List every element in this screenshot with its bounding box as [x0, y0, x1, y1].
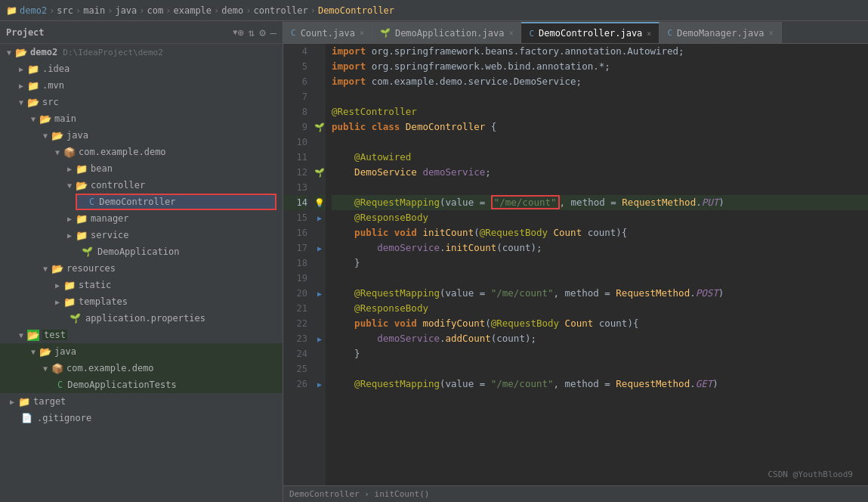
breadcrumb-item-controller[interactable]: controller [253, 5, 307, 16]
code-text: org.springframework.web.bind.annotation.… [372, 60, 610, 72]
arrow-icon: ▶ [63, 215, 76, 223]
breadcrumb-folder-icon: 📁 [6, 5, 17, 16]
gutter-row [314, 301, 326, 316]
breadcrumb-item-democontroller[interactable]: DemoController [318, 5, 394, 16]
breadcrumb-item-com[interactable]: com [147, 5, 164, 16]
tree-item-java-main[interactable]: ▼ 📂 java [0, 127, 283, 144]
tree-item-demo2[interactable]: ▼ 📂 demo2 D:\IdeaProject\demo2 [0, 44, 283, 60]
tree-item-manager[interactable]: ▶ 📁 manager [0, 210, 283, 227]
code-line-11: @Autowired [332, 150, 868, 165]
breadcrumb-item-demo2[interactable]: demo2 [20, 5, 47, 16]
code-line-15: @ResponseBody [332, 210, 868, 225]
code-line-8: @RestController [332, 104, 868, 119]
gutter-row: ▶ [314, 210, 326, 225]
tab-close-btn[interactable]: × [360, 29, 364, 37]
tree-item-java-test[interactable]: ▼ 📂 java [0, 343, 283, 360]
main-layout: Project ▼ ⊕ ⇅ ⚙ — ▼ 📂 demo2 D:\IdeaProje… [0, 21, 868, 502]
locate-icon[interactable]: ⊕ [237, 26, 243, 39]
tree-item-service[interactable]: ▶ 📁 service [0, 227, 283, 243]
gutter-row: ▶ [314, 286, 326, 301]
tab-label: Count.java [301, 28, 355, 39]
arrow-icon: ▶ [15, 65, 27, 73]
tree-item-resources[interactable]: ▼ 📂 resources [0, 260, 283, 277]
tree-item-demoapplication[interactable]: 🌱 DemoApplication [0, 243, 283, 260]
tab-count-java[interactable]: C Count.java × [283, 22, 372, 43]
breadcrumb-item-example[interactable]: example [173, 5, 212, 16]
keyword: public [332, 121, 372, 132]
watermark: CSDN @YouthBlood9 [768, 469, 853, 479]
breadcrumb-item-src[interactable]: src [57, 5, 73, 16]
tree-item-controller[interactable]: ▼ 📂 controller [0, 177, 283, 194]
keyword: class [372, 121, 406, 132]
props-icon: 🌱 [70, 313, 81, 324]
tree-item-target[interactable]: ▶ 📁 target [0, 393, 283, 410]
tab-close-btn[interactable]: × [647, 29, 651, 38]
tab-file-icon: C [667, 28, 672, 38]
arrow-icon: ▶ [51, 281, 63, 290]
code-text: ( [485, 318, 491, 329]
breadcrumb-bar: 📁 demo2 › src › main › java › com › exam… [0, 0, 868, 21]
editor-area: C Count.java × 🌱 DemoApplication.java × … [283, 21, 868, 502]
tree-item-bean[interactable]: ▶ 📁 bean [0, 160, 283, 177]
code-text: , method = [554, 378, 616, 389]
code-line-20: @RequestMapping(value = "/me/count", met… [332, 286, 868, 301]
tree-item-gitignore[interactable]: 📄 .gitignore [0, 410, 283, 426]
code-text: (value = [440, 287, 491, 299]
gutter-row [314, 271, 326, 286]
status-breadcrumb: DemoController › initCount() [289, 489, 429, 499]
code-line-24: } [332, 346, 868, 361]
annotation: @RequestMapping [354, 197, 440, 208]
tree-label: application.properties [85, 313, 205, 324]
folder-icon: 📁 [76, 163, 88, 175]
tree-item-package[interactable]: ▼ 📦 com.example.demo [0, 144, 283, 160]
tree-item-idea[interactable]: ▶ 📁 .idea [0, 60, 283, 77]
tree-item-appprops[interactable]: 🌱 application.properties [0, 310, 283, 327]
annotation: @ResponseBody [354, 212, 428, 223]
arrow-icon: ▼ [39, 364, 51, 373]
tab-close-btn[interactable]: × [508, 29, 513, 37]
code-area[interactable]: import org.springframework.beans.factory… [326, 44, 868, 485]
tree-item-demoapptests[interactable]: C DemoApplicationTests [0, 376, 283, 393]
breadcrumb-item-java[interactable]: java [115, 5, 137, 16]
sidebar-title: Project [6, 27, 233, 38]
annotation: @RequestBody [491, 318, 565, 329]
tab-demomanager-java[interactable]: C DemoManager.java × [659, 22, 781, 43]
tree-label: bean [91, 163, 113, 174]
code-text: (value = [440, 197, 491, 208]
code-line-9: public class DemoController { [332, 119, 868, 135]
code-text: count){ [588, 227, 628, 238]
tree-item-templates[interactable]: ▶ 📁 templates [0, 293, 283, 310]
code-line-18: } [332, 256, 868, 271]
collapse-icon[interactable]: — [270, 26, 276, 39]
tab-file-icon: 🌱 [380, 28, 391, 38]
tab-close-btn[interactable]: × [769, 29, 774, 37]
settings-icon[interactable]: ⚙ [259, 26, 265, 39]
tab-democontroller-java[interactable]: C DemoController.java × [521, 22, 659, 43]
arrow-icon: ▼ [27, 115, 39, 123]
code-line-21: @ResponseBody [332, 301, 868, 316]
tab-file-icon: C [291, 28, 296, 38]
tree-item-static[interactable]: ▶ 📁 static [0, 277, 283, 293]
tree-item-package-test[interactable]: ▼ 📦 com.example.demo [0, 360, 283, 376]
fold-icon: ▶ [317, 380, 322, 389]
breadcrumb-item-demo[interactable]: demo [221, 5, 243, 16]
tree-item-mvn[interactable]: ▶ 📁 .mvn [0, 77, 283, 94]
lightbulb-icon[interactable]: 💡 [314, 198, 325, 208]
method-name: GET [696, 378, 713, 389]
tab-demoapplication-java[interactable]: 🌱 DemoApplication.java × [372, 22, 522, 43]
tree-item-test[interactable]: ▼ 📂 test [0, 327, 283, 343]
arrow-icon: ▶ [51, 298, 63, 306]
breadcrumb-item-main[interactable]: main [83, 5, 105, 16]
code-text: count){ [599, 318, 639, 329]
tree-item-democontroller[interactable]: C DemoController [76, 194, 276, 210]
code-text: , method = [560, 197, 622, 208]
tree-label: templates [79, 296, 128, 307]
tab-label: DemoController.java [539, 28, 642, 39]
tree-item-main[interactable]: ▼ 📂 main [0, 110, 283, 127]
status-bar: DemoController › initCount() [283, 485, 868, 502]
folder-icon: 📂 [15, 47, 27, 58]
sort-icon[interactable]: ⇅ [249, 26, 255, 39]
tree-item-src[interactable]: ▼ 📂 src [0, 94, 283, 110]
tree-label: main [54, 113, 76, 124]
gutter-row [314, 104, 326, 119]
